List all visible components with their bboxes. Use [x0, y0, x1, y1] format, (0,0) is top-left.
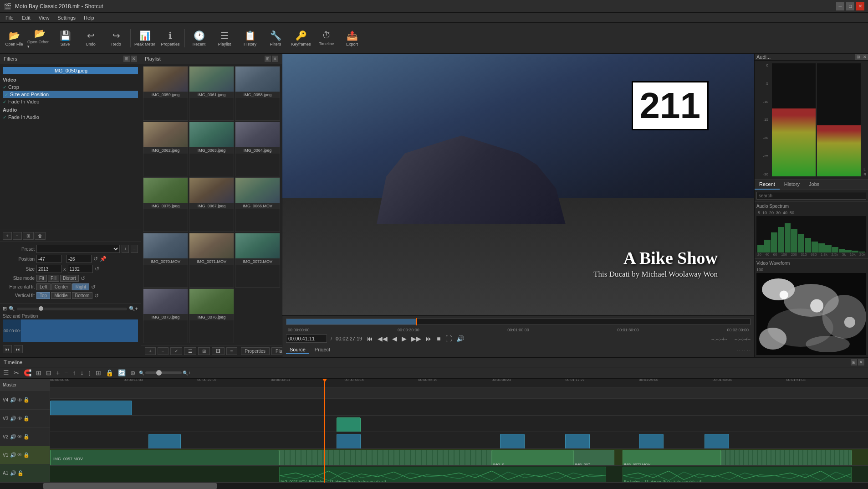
- filters-button[interactable]: 🔧 Filters: [263, 25, 288, 52]
- transport-stop[interactable]: ■: [436, 334, 441, 343]
- v1-clip-mid[interactable]: [279, 450, 492, 466]
- v2-audio-button[interactable]: 🔊: [10, 434, 16, 440]
- v3-clip-1[interactable]: [337, 417, 361, 432]
- playlist-detail-view-button[interactable]: ≡: [226, 347, 237, 355]
- timeline-button[interactable]: ⏱ Timeline: [314, 25, 339, 52]
- timecode-current-input[interactable]: [286, 335, 327, 343]
- tl-clip-button[interactable]: ⊞: [35, 369, 43, 377]
- tl-snap2-button[interactable]: ⊕: [129, 369, 137, 377]
- playlist-item-12[interactable]: IMG_0073.jpeg: [143, 288, 188, 343]
- filter-fade-in-audio[interactable]: ✓ Fade In Audio: [3, 113, 138, 121]
- playlist-item-0[interactable]: IMG_0059.jpeg: [143, 66, 188, 121]
- align-left-button[interactable]: Left: [36, 283, 51, 290]
- menu-help[interactable]: Help: [80, 14, 98, 21]
- peak-meter-button[interactable]: 📊 Peak Meter: [133, 25, 157, 52]
- transport-skip-start[interactable]: ⏮: [366, 334, 374, 343]
- filter-crop[interactable]: ✓ Crop: [3, 83, 138, 91]
- save-button[interactable]: 💾 Save: [53, 25, 77, 52]
- playlist-film-view-button[interactable]: 🎞: [212, 347, 225, 355]
- transport-volume[interactable]: 🔊: [455, 334, 465, 343]
- v2-clip-1[interactable]: [148, 434, 181, 449]
- close-button[interactable]: ✕: [856, 2, 864, 10]
- position-pin-button[interactable]: 📌: [100, 256, 107, 262]
- recent-tab[interactable]: Recent: [755, 180, 780, 190]
- v2-clip-3[interactable]: [500, 434, 525, 449]
- v1-clip-end[interactable]: [721, 450, 852, 466]
- v3-eye-button[interactable]: 👁: [17, 416, 22, 422]
- preset-select[interactable]: [36, 245, 120, 253]
- playlist-item-4[interactable]: IMG_0063.jpeg: [189, 122, 234, 176]
- size-w-input[interactable]: [36, 265, 61, 273]
- a1-audio-button[interactable]: 🔊: [10, 470, 16, 476]
- v1-clip-main[interactable]: IMG_0057.MOV: [50, 450, 279, 466]
- tl-add-button[interactable]: +: [55, 369, 61, 377]
- playlist-remove-button[interactable]: −: [158, 347, 168, 355]
- tl-snap-button[interactable]: 🧲: [22, 369, 33, 377]
- v1-audio-button[interactable]: 🔊: [10, 452, 16, 458]
- position-reset-button[interactable]: ↺: [93, 256, 98, 262]
- scroll-thumb[interactable]: [43, 483, 217, 489]
- v1-eye-button[interactable]: 👁: [17, 452, 22, 458]
- tl-track-button[interactable]: ⊟: [45, 369, 53, 377]
- playlist-item-7[interactable]: IMG_0067.jpeg: [189, 177, 234, 232]
- tl-overwrite-button[interactable]: ↓: [79, 369, 85, 377]
- playlist-item-3[interactable]: IMG_0062.jpeg: [143, 122, 188, 176]
- v2-clip-6[interactable]: [705, 434, 729, 449]
- transport-prev-frame[interactable]: ◀◀: [377, 334, 388, 343]
- maximize-button[interactable]: □: [846, 2, 854, 10]
- timeline-close-button[interactable]: ✕: [858, 359, 864, 365]
- size-reset-button[interactable]: ↺: [95, 266, 99, 272]
- playlist-panel-float-button[interactable]: ⊞: [265, 56, 271, 62]
- v4-audio-button[interactable]: 🔊: [10, 397, 16, 403]
- undo-button[interactable]: ↩ Undo: [78, 25, 103, 52]
- playlist-check-button[interactable]: ✓: [170, 347, 182, 355]
- v4-clip-1[interactable]: [50, 401, 132, 416]
- properties-button[interactable]: ℹ Properties: [158, 25, 183, 52]
- transport-step-forward[interactable]: ▶▶: [410, 334, 422, 343]
- horizontal-fit-reset-button[interactable]: ↺: [91, 284, 96, 290]
- history-tab[interactable]: History: [780, 180, 804, 190]
- align-top-button[interactable]: Top: [36, 292, 50, 299]
- playlist-item-10[interactable]: IMG_0071.MOV: [189, 233, 234, 288]
- project-tab[interactable]: Project: [311, 346, 334, 354]
- kf-prev-button[interactable]: ⏮: [3, 345, 12, 353]
- timeline-float-button[interactable]: ⊞: [851, 359, 857, 365]
- open-file-button[interactable]: 📂 Open File: [2, 25, 26, 52]
- tl-remove-button[interactable]: −: [63, 369, 69, 377]
- playlist-item-13[interactable]: IMG_0076.jpeg: [189, 288, 234, 343]
- a1-clip-2[interactable]: Pachyderm_13_Happy_Song_instrumental.mp3: [623, 467, 852, 483]
- v1-lock-button[interactable]: 🔒: [23, 452, 30, 458]
- kf-next-button[interactable]: ⏭: [14, 345, 23, 353]
- preset-add-button[interactable]: +: [122, 245, 129, 253]
- filter-fade-in-video[interactable]: ✓ Fade In Video: [3, 98, 138, 105]
- fill-button[interactable]: Fill: [48, 275, 59, 282]
- transport-step-back[interactable]: ◀: [391, 334, 398, 343]
- redo-button[interactable]: ↪ Redo: [104, 25, 128, 52]
- filter-remove-button[interactable]: −: [13, 232, 22, 240]
- tl-ripple-button[interactable]: ⊞: [94, 369, 102, 377]
- playlist-item-6[interactable]: IMG_0075.jpeg: [143, 177, 188, 232]
- transport-play[interactable]: ▶: [401, 334, 408, 343]
- v2-clip-2[interactable]: [337, 434, 361, 449]
- tl-menu-button[interactable]: ☰: [2, 369, 10, 377]
- tl-razor-button[interactable]: ✂: [12, 369, 20, 377]
- playlist-button[interactable]: ☰ Playlist: [212, 25, 237, 52]
- v2-clip-5[interactable]: [639, 434, 664, 449]
- align-center-button[interactable]: Center: [51, 283, 71, 290]
- export-button[interactable]: 📤 Export: [340, 25, 364, 52]
- playlist-item-1[interactable]: IMG_0061.jpeg: [189, 66, 234, 121]
- transport-skip-end[interactable]: ⏭: [425, 334, 433, 343]
- menu-edit[interactable]: Edit: [18, 14, 34, 21]
- jobs-tab[interactable]: Jobs: [804, 180, 824, 190]
- menu-file[interactable]: File: [2, 14, 17, 21]
- position-x-input[interactable]: [36, 255, 61, 263]
- playlist-item-5[interactable]: IMG_0064.jpeg: [235, 122, 280, 176]
- filter-size-position[interactable]: ✓ Size and Position: [3, 91, 138, 98]
- v1-clip-img-0072[interactable]: IMG_0_...: [492, 450, 574, 466]
- playlist-item-2[interactable]: IMG_0058.jpeg: [235, 66, 280, 121]
- size-mode-reset-button[interactable]: ↺: [81, 275, 85, 282]
- playlist-item-9[interactable]: IMG_0070.MOV: [143, 233, 188, 288]
- v3-lock-button[interactable]: 🔓: [23, 416, 30, 422]
- preview-timeline-bar[interactable]: [286, 319, 751, 325]
- tl-split-button[interactable]: ⫿: [87, 369, 92, 377]
